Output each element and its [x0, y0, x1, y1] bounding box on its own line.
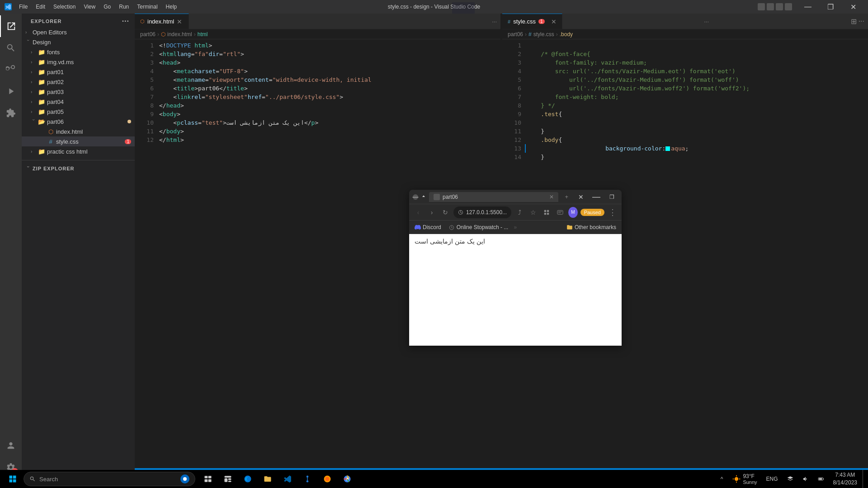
minimize-button[interactable]: —	[797, 0, 818, 14]
sidebar: Explorer ··· › Open Editors › Design › 📁…	[22, 14, 135, 478]
show-desktop-button[interactable]	[863, 470, 864, 488]
scrollbar-right[interactable]	[862, 39, 868, 468]
menu-help[interactable]: Help	[162, 3, 181, 11]
taskbar-widgets[interactable]	[219, 470, 237, 488]
battery-icon[interactable]	[814, 470, 828, 488]
back-button[interactable]: ‹	[413, 206, 424, 219]
taskbar-lang[interactable]: ENG	[763, 470, 782, 488]
restore-button[interactable]: ❐	[820, 0, 841, 14]
browser-close-tab[interactable]: ✕	[549, 194, 554, 200]
taskbar-firefox[interactable]	[318, 470, 336, 488]
favorites-button[interactable]: ☆	[528, 206, 538, 219]
window-controls[interactable]: — ❐ ✕	[758, 0, 863, 14]
sidebar-item-imgvdms[interactable]: › 📁 img.vd.ms	[22, 57, 135, 67]
menu-go[interactable]: Go	[100, 3, 114, 11]
sidebar-item-part06[interactable]: › 📂 part06	[22, 117, 135, 127]
menu-edit[interactable]: Edit	[32, 3, 49, 11]
code-line: <html lang="fa" dir="rtl">	[157, 50, 494, 58]
taskbar-chrome[interactable]	[338, 470, 356, 488]
layout-icon-1[interactable]	[758, 3, 765, 10]
weather-widget[interactable]: 93°F Sunny	[728, 473, 760, 485]
menu-view[interactable]: View	[80, 3, 99, 11]
activity-run[interactable]	[0, 80, 22, 102]
layout-icon-2[interactable]	[767, 3, 774, 10]
clock-widget[interactable]: 7:43 AM 8/14/2023	[830, 470, 861, 488]
breadcrumb-indexhtml[interactable]: index.html	[167, 31, 192, 38]
tab-style-css[interactable]: # style.css 1 ✕	[502, 14, 562, 29]
svg-point-25	[307, 476, 309, 478]
profile-button[interactable]: M	[568, 207, 578, 218]
volume-icon[interactable]	[799, 470, 812, 488]
browser-window-minimize[interactable]: —	[590, 191, 603, 203]
taskbar-vscode[interactable]	[278, 470, 297, 488]
sidebar-item-part03[interactable]: › 📁 part03	[22, 87, 135, 97]
tab-index-html[interactable]: ⬡ index.html ✕	[135, 14, 189, 29]
sidebar-item-part05[interactable]: › 📁 part05	[22, 107, 135, 117]
breadcrumb-stylecss[interactable]: style.css	[533, 31, 554, 38]
more-actions-button[interactable]: ···	[859, 17, 864, 25]
bookmark-stopwatch[interactable]: Online Stopwatch - ...	[447, 223, 510, 231]
share-button[interactable]: ⤴	[514, 206, 525, 219]
browser-menu-button[interactable]: ⋮	[607, 206, 618, 219]
activity-search[interactable]	[0, 37, 22, 59]
modified-badge	[127, 120, 131, 123]
forward-button[interactable]: ›	[426, 206, 437, 219]
browser-tab[interactable]: part06 ✕	[429, 192, 558, 202]
browser-minimize[interactable]: —	[413, 194, 418, 200]
activity-account[interactable]	[0, 435, 22, 456]
sidebar-open-editors[interactable]: › Open Editors	[22, 27, 135, 37]
close-tab-button[interactable]: ✕	[177, 18, 182, 25]
sidebar-item-practic[interactable]: › 📁 practic css html	[22, 146, 135, 156]
sidebar-item-part01[interactable]: › 📁 part01	[22, 67, 135, 77]
sidebar-more[interactable]: ···	[122, 17, 129, 25]
sidebar-item-part02[interactable]: › 📁 part02	[22, 77, 135, 87]
bookmark-other[interactable]: Other bookmarks	[565, 223, 618, 231]
activity-explorer[interactable]	[0, 15, 22, 37]
close-button[interactable]: ✕	[843, 0, 863, 14]
sidebar-item-fonts[interactable]: › 📁 fonts	[22, 47, 135, 57]
new-tab-button[interactable]: +	[561, 192, 572, 202]
breadcrumb-part06-right[interactable]: part06	[508, 31, 523, 38]
menu-bar[interactable]: File Edit Selection View Go Run Terminal…	[15, 3, 180, 11]
bookmark-discord[interactable]: Discord	[413, 223, 443, 231]
split-editor-button[interactable]: ⊞	[851, 17, 857, 26]
taskbar-search-box[interactable]: Search	[24, 472, 195, 486]
zip-explorer-header[interactable]: › Zip Explorer	[22, 164, 135, 173]
menu-terminal[interactable]: Terminal	[133, 3, 161, 11]
browser-window-close[interactable]: ✕	[575, 191, 587, 203]
taskview-button[interactable]	[199, 470, 217, 488]
tab-more-left[interactable]: ···	[488, 14, 500, 29]
close-tab-css[interactable]: ✕	[551, 18, 557, 25]
reader-mode-button[interactable]	[555, 206, 566, 219]
breadcrumb-html-element[interactable]: html	[198, 31, 208, 38]
sidebar-item-index-html[interactable]: ⬡ index.html	[22, 127, 135, 136]
browser-window-restore[interactable]: ❐	[605, 191, 618, 203]
breadcrumb-body-selector[interactable]: .body	[560, 31, 573, 38]
layout-icon-3[interactable]	[776, 3, 783, 10]
taskbar-edge[interactable]	[239, 470, 257, 488]
sidebar-design[interactable]: › Design	[22, 37, 135, 47]
activity-source-control[interactable]	[0, 59, 22, 80]
svg-rect-20	[208, 479, 212, 482]
refresh-button[interactable]: ↻	[440, 206, 451, 219]
menu-run[interactable]: Run	[115, 3, 132, 11]
taskbar-explorer[interactable]	[259, 470, 277, 488]
chevron-right-icon: ›	[31, 70, 36, 75]
breadcrumb-part06[interactable]: part06	[140, 31, 156, 38]
address-bar[interactable]: 127.0.0.1:5500...	[453, 206, 511, 218]
taskbar-up-arrow[interactable]: ^	[717, 470, 727, 488]
browser-collapse[interactable]	[421, 194, 426, 200]
network-icon[interactable]	[783, 470, 797, 488]
layout-icon-4[interactable]	[785, 3, 792, 10]
menu-selection[interactable]: Selection	[50, 3, 79, 11]
code-line: <!DOCTYPE html>	[157, 41, 494, 50]
svg-rect-7	[547, 212, 549, 214]
start-button[interactable]	[4, 470, 22, 488]
activity-extensions[interactable]	[0, 102, 22, 124]
taskbar-sourcetree[interactable]	[298, 470, 316, 488]
sidebar-item-part04[interactable]: › 📁 part04	[22, 97, 135, 107]
menu-file[interactable]: File	[15, 3, 31, 11]
sidebar-item-style-css[interactable]: # style.css 1	[22, 136, 135, 146]
extensions-button[interactable]	[541, 206, 552, 219]
tab-more-right[interactable]: ···	[700, 14, 712, 29]
